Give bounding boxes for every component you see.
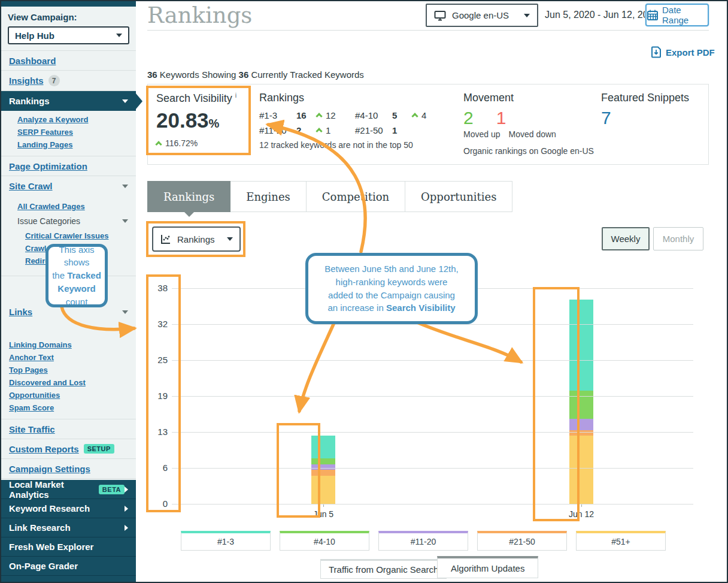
weekly-button[interactable]: Weekly: [602, 227, 650, 250]
monthly-button[interactable]: Monthly: [653, 227, 703, 250]
search-visibility-delta: 116.72%: [156, 138, 236, 148]
tab-rankings[interactable]: Rankings: [147, 181, 230, 212]
legend-item-21-50[interactable]: #21-50: [477, 531, 567, 551]
view-campaign-label: View Campaign:: [8, 12, 129, 22]
sidebar-item-dashboard[interactable]: Dashboard: [1, 51, 136, 71]
movement-note: Organic rankings on Google en-US: [463, 146, 594, 156]
chevron-down-icon: [524, 14, 530, 17]
sidebar-tool-fresh-web-explorer[interactable]: Fresh Web Explorer: [1, 537, 136, 557]
sidebar-tool-on-page-grader[interactable]: On-Page Grader: [1, 557, 136, 576]
stats-panel: Search Visibility i 20.83% 116.72% Ranki…: [147, 84, 709, 165]
featured-snippets-stat: Featured Snippets 7: [601, 92, 689, 128]
traffic-organic-search-button[interactable]: Traffic from Organic Search: [320, 559, 447, 579]
chevron-down-icon: [122, 219, 128, 223]
bar-segment-4-10[interactable]: [569, 391, 593, 419]
monitor-icon: [434, 10, 446, 21]
algorithm-updates-button[interactable]: Algorithm Updates: [437, 556, 538, 578]
sidebar-item-custom-reports[interactable]: Custom Reports SETUP: [1, 439, 136, 459]
tab-engines[interactable]: Engines: [230, 181, 307, 212]
legend-item-11-20[interactable]: #11-20: [378, 531, 468, 551]
date-range-button[interactable]: Date Range: [645, 4, 709, 26]
bar-segment-4-10[interactable]: [311, 458, 335, 464]
gridline: [172, 504, 693, 505]
campaign-selector[interactable]: Help Hub: [8, 26, 129, 44]
sidebar-item-site-crawl[interactable]: Site Crawl: [1, 176, 136, 196]
sidebar-item-insights[interactable]: Insights 7: [1, 71, 136, 91]
sidebar-item-issue-categories[interactable]: Issue Categories: [1, 213, 136, 228]
up-arrow-icon: [155, 141, 162, 147]
tab-bar: Rankings Engines Competition Opportuniti…: [147, 181, 512, 212]
chevron-down-icon: [122, 99, 128, 103]
bar-segment-11-20[interactable]: [569, 419, 593, 430]
sidebar-item-linking-domains[interactable]: Linking Domains: [1, 339, 136, 351]
gridline: [172, 468, 693, 469]
sidebar-item-site-traffic[interactable]: Site Traffic: [1, 419, 136, 439]
sidebar-tool-link-research[interactable]: Link Research: [1, 518, 136, 537]
rankings-stat: Rankings #1-3 16 12 #4-10 5 4 #11-20 2 1: [259, 92, 451, 150]
legend-item-4-10[interactable]: #4-10: [280, 531, 369, 551]
featured-snippets-value: 7: [601, 108, 689, 128]
sidebar-item-anchor-text[interactable]: Anchor Text: [1, 351, 136, 364]
sidebar-tool-local-market-analytics[interactable]: Local Market AnalyticsBETA: [1, 480, 136, 499]
legend-item-51[interactable]: #51+: [576, 531, 666, 551]
beta-badge: BETA: [99, 485, 125, 494]
x-axis-label: Jun 12: [557, 509, 605, 519]
moved-down-value: 1: [496, 108, 506, 128]
sidebar-item-critical-crawler-issues[interactable]: Critical Crawler Issues: [1, 228, 136, 242]
chart-metric-selector[interactable]: Rankings: [152, 226, 241, 252]
sidebar-item-spam-score[interactable]: Spam Score: [1, 401, 136, 414]
bar-segment-21-50[interactable]: [311, 470, 335, 475]
search-visibility-stat: Search Visibility i 20.83% 116.72%: [156, 92, 236, 148]
search-visibility-callout: Between June 5th and June 12th, high-ran…: [305, 253, 478, 324]
chevron-right-icon: [125, 506, 128, 512]
chevron-down-icon: [227, 237, 233, 241]
bar-segment-11-20[interactable]: [311, 464, 335, 470]
sidebar-item-campaign-settings[interactable]: Campaign Settings: [1, 459, 136, 479]
info-icon[interactable]: i: [235, 92, 236, 99]
page-title: Rankings: [147, 2, 252, 28]
tool-label: On-Demand Crawl: [9, 580, 87, 583]
chevron-right-icon: [125, 487, 128, 493]
chevron-down-icon: [122, 310, 128, 314]
campaign-name: Help Hub: [15, 31, 54, 41]
sidebar-item-top-pages[interactable]: Top Pages: [1, 364, 136, 376]
sidebar-item-serp-features[interactable]: SERP Features: [1, 126, 136, 138]
bar-segment-1-3[interactable]: [569, 300, 593, 391]
y-axis-tick-label: 19: [147, 391, 168, 401]
y-axis-tick-label: 32: [147, 319, 168, 329]
bar-segment-51[interactable]: [569, 436, 593, 504]
sidebar-item-opportunities[interactable]: Opportunities: [1, 389, 136, 401]
tool-label: Keyword Research: [9, 503, 90, 513]
chevron-down-icon: [122, 185, 128, 188]
moved-up-value: 2: [463, 108, 474, 128]
gridline: [172, 360, 693, 361]
sidebar-item-landing-pages[interactable]: Landing Pages: [1, 138, 136, 151]
sidebar-tool-on-demand-crawl[interactable]: On-Demand Crawl: [1, 576, 136, 583]
rankings-note: 12 tracked keywords are not in the top 5…: [259, 140, 451, 150]
export-pdf-button[interactable]: Export PDF: [651, 46, 715, 58]
bar-segment-21-50[interactable]: [569, 430, 593, 436]
search-visibility-value: 20.83%: [156, 108, 236, 132]
calendar-icon: [647, 9, 659, 21]
scatter-chart-icon: [160, 234, 171, 245]
sidebar-item-all-crawled-pages[interactable]: All Crawled Pages: [1, 198, 136, 213]
y-axis-tick-label: 13: [147, 427, 168, 437]
tab-competition[interactable]: Competition: [307, 181, 405, 212]
sidebar-item-discovered-and-lost[interactable]: Discovered and Lost: [1, 376, 136, 389]
sidebar-item-page-optimization[interactable]: Page Optimization: [1, 156, 136, 176]
search-visibility-label: Search Visibility i: [156, 92, 236, 105]
setup-badge: SETUP: [84, 444, 114, 454]
up-arrow-icon: [316, 113, 322, 119]
sidebar-item-analyze-a-keyword[interactable]: Analyze a Keyword: [1, 113, 136, 126]
x-axis-label: Jun 5: [299, 509, 347, 519]
bar-segment-51[interactable]: [311, 476, 335, 504]
sidebar-tool-keyword-research[interactable]: Keyword Research: [1, 499, 136, 518]
chart-legend: #1-3#4-10#11-20#21-50#51+: [181, 531, 666, 551]
keywords-summary: 36 Keywords Showing 36 Currently Tracked…: [147, 70, 364, 80]
sidebar-item-rankings[interactable]: Rankings: [1, 91, 136, 111]
legend-item-1-3[interactable]: #1-3: [181, 531, 271, 551]
search-engine-selector[interactable]: Google en-US: [426, 4, 538, 27]
tab-opportunities[interactable]: Opportunities: [405, 181, 512, 212]
bar-segment-1-3[interactable]: [311, 436, 335, 458]
axis-tooltip-callout: This axis shows the Tracked Keyword coun…: [46, 244, 108, 307]
